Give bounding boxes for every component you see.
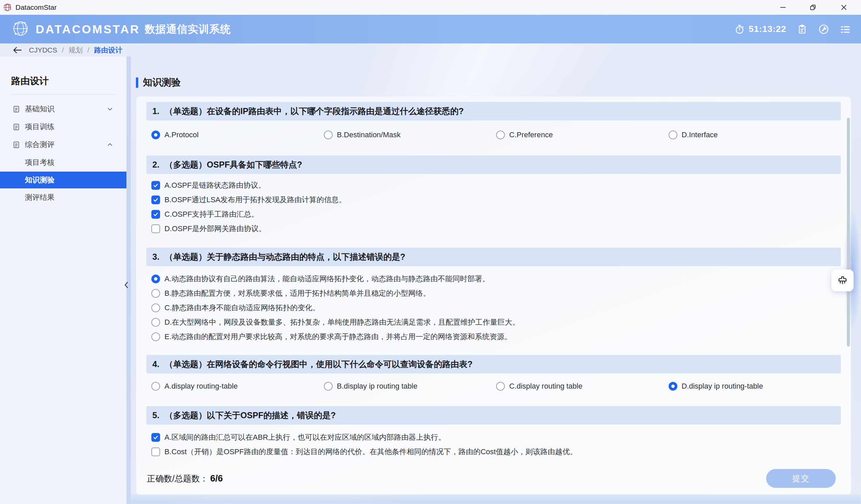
quiz-panel: 1. （单选题）在设备的IP路由表中，以下哪个字段指示路由是通过什么途径获悉的?… — [136, 97, 851, 494]
option-label: D.OSPF是外部网关路由协议。 — [164, 224, 266, 234]
submit-button[interactable]: 提交 — [766, 469, 836, 488]
sidebar-subitem-project-exam[interactable]: 项目考核 — [0, 154, 126, 171]
vertical-scrollbar[interactable] — [847, 118, 850, 346]
radio-icon[interactable] — [151, 332, 160, 341]
sidebar-subitem-label: 知识测验 — [25, 175, 54, 185]
radio-selected-icon[interactable] — [151, 131, 160, 139]
option-label: C.display routing table — [509, 382, 583, 391]
option-label: B.display ip routing table — [337, 382, 418, 391]
radio-icon[interactable] — [496, 382, 505, 391]
option-item[interactable]: A.display routing-table — [151, 382, 324, 391]
sidebar-collapse-chevron[interactable] — [122, 279, 131, 291]
option-label: D.Interface — [682, 131, 718, 139]
radio-icon[interactable] — [151, 382, 160, 391]
sidebar: 路由设计 基础知识 项目训练 综合测评 — [0, 56, 126, 504]
section-title: 知识测验 — [143, 76, 181, 89]
os-titlebar: DatacomStar — [0, 0, 861, 15]
option-label: B.静态路由配置方便，对系统要求低，适用于拓扑结构简单并且稳定的小型网络。 — [164, 288, 430, 298]
option-item[interactable]: A.动态路由协议有自己的路由算法，能自动适应网络拓扑变化，动态路由与静态路由不能… — [151, 273, 520, 285]
option-label: A.OSPF是链路状态路由协议。 — [164, 180, 266, 190]
question-title: （单选题）关于静态路由与动态路由的特点，以下描述错误的是? — [165, 251, 405, 262]
radio-icon[interactable] — [324, 382, 333, 391]
question-4-header: 4. （单选题）在网络设备的命令行视图中，使用以下什么命令可以查询设备的路由表? — [146, 355, 841, 373]
question-number: 3. — [152, 252, 160, 262]
option-label: A.区域间的路由汇总可以在ABR上执行，也可以在对应区域的区域内部路由器上执行。 — [164, 432, 446, 442]
radio-icon[interactable] — [151, 289, 160, 298]
option-item[interactable]: D.display ip routing-table — [669, 382, 841, 391]
radio-icon[interactable] — [324, 131, 333, 139]
sidebar-subitem-results[interactable]: 测评结果 — [0, 189, 126, 206]
option-item[interactable]: D.Interface — [669, 131, 841, 139]
option-label: C.静态路由本身不能自动适应网络拓扑的变化。 — [164, 303, 320, 313]
option-item[interactable]: B.Cost（开销）是OSPF路由的度量值：到达目的网络的代价。在其他条件相同的… — [151, 446, 577, 458]
option-item[interactable]: E.动态路由的配置对用户要求比较高，对系统的要求高于静态路由，并将占用一定的网络… — [151, 331, 520, 343]
breadcrumb-item-plan[interactable]: 规划 — [69, 45, 83, 55]
question-1-options: A.Protocol B.Destination/Mask C.Preferen… — [151, 126, 841, 143]
radio-icon[interactable] — [151, 318, 160, 327]
option-label: B.Cost（开销）是OSPF路由的度量值：到达目的网络的代价。在其他条件相同的… — [164, 447, 577, 457]
option-label: A.display routing-table — [164, 382, 238, 391]
exam-sheet-icon[interactable] — [796, 24, 808, 35]
sidebar-item-label: 基础知识 — [25, 104, 54, 114]
question-number: 4. — [152, 359, 160, 369]
option-item[interactable]: A.区域间的路由汇总可以在ABR上执行，也可以在对应区域的区域内部路由器上执行。 — [151, 431, 577, 444]
option-item[interactable]: B.display ip routing table — [324, 382, 496, 391]
option-label: B.Destination/Mask — [337, 131, 401, 139]
radio-selected-icon[interactable] — [151, 274, 160, 283]
sidebar-item-basics[interactable]: 基础知识 — [0, 101, 126, 117]
radio-icon[interactable] — [496, 131, 505, 139]
breadcrumb-separator: / — [87, 46, 90, 54]
breadcrumb-item-root[interactable]: CJYDCS — [29, 46, 57, 54]
document-icon — [12, 105, 20, 113]
question-number: 2. — [152, 160, 160, 169]
checkbox-icon[interactable] — [151, 448, 160, 456]
brand-name: DATACOMSTAR — [36, 23, 140, 36]
brand-globe-icon — [11, 19, 30, 39]
checkbox-checked-icon[interactable] — [151, 210, 160, 219]
checkbox-checked-icon[interactable] — [151, 181, 160, 190]
checkbox-icon[interactable] — [151, 224, 160, 233]
sidebar-item-project-training[interactable]: 项目训练 — [0, 119, 126, 135]
score-summary: 正确数/总题数： 6/6 — [147, 469, 223, 488]
option-item[interactable]: C.Preference — [496, 131, 669, 139]
option-item[interactable]: C.display routing table — [496, 382, 669, 391]
clean-brush-button[interactable] — [831, 270, 853, 291]
restore-button[interactable] — [805, 0, 821, 15]
option-item[interactable]: B.静态路由配置方便，对系统要求低，适用于拓扑结构简单并且稳定的小型网络。 — [151, 287, 520, 299]
sidebar-subitem-knowledge-test[interactable]: 知识测验 — [0, 172, 126, 188]
option-item[interactable]: C.静态路由本身不能自动适应网络拓扑的变化。 — [151, 302, 520, 314]
option-item[interactable]: B.Destination/Mask — [324, 131, 496, 139]
option-item[interactable]: D.在大型网络中，网段及设备数量多、拓扑复杂，单纯使用静态路由无法满足需求，且配… — [151, 316, 520, 328]
option-item[interactable]: D.OSPF是外部网关路由协议。 — [151, 223, 346, 235]
sidebar-item-assessment[interactable]: 综合测评 — [0, 137, 126, 153]
option-item[interactable]: B.OSPF通过LSA发布用于拓扑发现及路由计算的信息。 — [151, 194, 346, 206]
menu-list-icon[interactable] — [839, 24, 851, 35]
option-item[interactable]: A.OSPF是链路状态路由协议。 — [151, 179, 346, 191]
minimize-button[interactable] — [775, 0, 791, 15]
checkbox-checked-icon[interactable] — [151, 195, 160, 204]
document-icon — [12, 141, 20, 149]
tools-wrench-icon[interactable] — [818, 24, 829, 35]
radio-selected-icon[interactable] — [669, 382, 678, 391]
checkbox-checked-icon[interactable] — [151, 433, 160, 442]
question-5-header: 5. （多选题）以下关于OSPF的描述，错误的是? — [146, 406, 841, 425]
radio-icon[interactable] — [669, 131, 678, 139]
option-label: A.Protocol — [164, 131, 199, 139]
score-label: 正确数/总题数： — [147, 473, 208, 484]
back-arrow-icon[interactable] — [12, 46, 22, 55]
stopwatch-icon — [734, 24, 745, 35]
close-button[interactable] — [836, 0, 851, 15]
document-icon — [12, 123, 20, 131]
exam-timer: 51:13:22 — [734, 24, 786, 35]
question-1-header: 1. （单选题）在设备的IP路由表中，以下哪个字段指示路由是通过什么途径获悉的? — [146, 102, 841, 121]
section-header: 知识测验 — [136, 76, 181, 89]
radio-icon[interactable] — [151, 303, 160, 312]
option-item[interactable]: C.OSPF支持手工路由汇总。 — [151, 208, 346, 220]
option-label: D.在大型网络中，网段及设备数量多、拓扑复杂，单纯使用静态路由无法满足需求，且配… — [164, 317, 520, 327]
application-window: DatacomStar — [0, 0, 861, 504]
sidebar-item-label: 项目训练 — [25, 122, 54, 132]
score-value: 6/6 — [210, 473, 223, 484]
window-title: DatacomStar — [15, 3, 57, 11]
question-title: （多选题）以下关于OSPF的描述，错误的是? — [165, 410, 336, 421]
option-item[interactable]: A.Protocol — [151, 131, 324, 139]
